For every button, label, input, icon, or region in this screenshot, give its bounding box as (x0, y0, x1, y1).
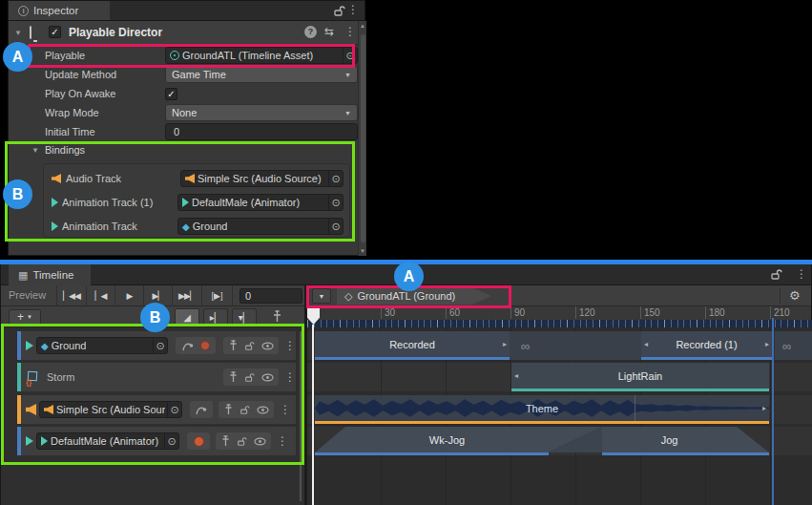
gear-icon[interactable]: ⚙ (789, 288, 801, 303)
mix-mode-button[interactable]: ◢ (175, 308, 199, 326)
track-menu-icon[interactable]: ⋮ (277, 435, 288, 447)
clip-edge-arrow-icon[interactable]: ◂ (514, 371, 518, 380)
object-picker-icon[interactable]: ⊙ (328, 171, 343, 186)
clip-edge-arrow-icon[interactable]: ▸ (765, 340, 769, 348)
inspector-scrollbar[interactable]: ▲ ▼ (358, 21, 366, 256)
track-binding-field[interactable]: Simple Src (Audio Sour ⊙ (39, 401, 182, 418)
audio-source-icon (44, 405, 53, 414)
tab-inspector[interactable]: i Inspector (9, 1, 110, 20)
object-picker-icon[interactable]: ⊙ (167, 402, 181, 417)
bindings-foldout[interactable]: ▼ Bindings (31, 144, 85, 156)
unlock-icon[interactable] (239, 405, 250, 415)
play-on-awake-checkbox[interactable]: ✓ (165, 88, 177, 100)
clip-crossfade[interactable] (549, 427, 602, 452)
goto-end-button[interactable]: ▶▶▏ (173, 285, 202, 306)
track-list-scrollbar[interactable] (300, 331, 302, 501)
marker-track-pin-icon[interactable] (272, 310, 282, 323)
clip-edge-arrow-icon[interactable]: ◂ (644, 340, 648, 348)
object-picker-icon[interactable]: ⊙ (328, 219, 343, 234)
clip-edge-arrow-icon[interactable]: ▸ (503, 340, 507, 348)
curves-icon[interactable] (196, 405, 207, 415)
pane-divider[interactable] (304, 285, 307, 505)
pin-icon[interactable] (224, 404, 233, 415)
track-binding-field[interactable]: ◆ Ground ⊙ (36, 337, 168, 354)
clip-jog[interactable]: Jog (602, 427, 737, 452)
binding-object-field[interactable]: ◆ Ground ⊙ (177, 218, 344, 235)
help-icon[interactable]: ? (304, 26, 317, 38)
unlock-icon[interactable] (237, 436, 247, 447)
eye-icon[interactable] (254, 437, 266, 446)
tab-timeline[interactable]: ▦ Timeline (9, 264, 91, 285)
animation-track-icon (52, 221, 58, 231)
initial-time-input[interactable]: 0 (165, 123, 358, 140)
component-enabled-checkbox[interactable]: ✓ (49, 26, 61, 38)
window-menu-icon[interactable]: ⋮ (347, 4, 359, 15)
track-header-ground[interactable]: ◆ Ground ⊙ ⋮ (17, 331, 296, 360)
binding-object-field[interactable]: Simple Src (Audio Source) ⊙ (180, 170, 344, 187)
frame-field[interactable]: 0 (239, 288, 302, 304)
window-menu-icon[interactable]: ⋮ (796, 268, 807, 280)
window-unlock-icon[interactable] (333, 5, 345, 17)
animator-icon (182, 198, 189, 207)
ripple-mode-button[interactable]: ▸▏ (203, 308, 228, 326)
clip-lightrain[interactable]: ◂ LightRain (511, 363, 769, 391)
wrap-mode-dropdown[interactable]: None ▼ (165, 104, 358, 121)
track-menu-icon[interactable]: ⋮ (284, 340, 296, 351)
track-header-storm[interactable]: {} Storm ⋮ (17, 363, 296, 391)
foldout-icon[interactable]: ▼ (14, 29, 22, 37)
play-range-button[interactable]: [▶] (202, 285, 233, 306)
replace-mode-button[interactable]: ▾▏ (232, 308, 257, 326)
object-picker-icon[interactable]: ⊙ (343, 48, 357, 63)
clip-theme-audio[interactable]: Theme ▸ (315, 395, 769, 424)
tab-timeline-label: Timeline (32, 269, 73, 281)
preview-button[interactable]: Preview (9, 289, 46, 301)
add-track-button[interactable]: + ▼ (9, 309, 41, 325)
record-button[interactable] (194, 436, 204, 447)
object-picker-icon[interactable]: ⊙ (328, 195, 343, 210)
goto-start-button[interactable]: ▏◀◀ (57, 285, 87, 306)
time-ruler[interactable]: 30 60 90 120 150 180 210 (307, 306, 812, 320)
track-binding-field[interactable]: DefaultMale (Animator) ⊙ (36, 432, 179, 450)
field-row-initial-time: Initial Time 0 (16, 122, 358, 141)
scroll-down-icon[interactable]: ▼ (360, 248, 365, 254)
scroll-up-icon[interactable]: ▲ (360, 23, 365, 29)
clip-edge-arrow-icon[interactable]: ▸ (762, 404, 766, 412)
track-header-audio[interactable]: Simple Src (Audio Sour ⊙ ⋮ (17, 395, 296, 424)
update-method-dropdown[interactable]: Game Time ▼ (165, 66, 358, 83)
track-menu-icon[interactable]: ⋮ (280, 404, 291, 415)
binding-target: Ground (190, 221, 228, 232)
eye-icon[interactable] (257, 406, 269, 414)
unlock-icon[interactable] (244, 341, 255, 351)
ruler-tick-band[interactable] (307, 320, 812, 327)
unlock-icon[interactable] (244, 372, 255, 383)
timeline-selector-dropdown[interactable]: ▼ (312, 288, 331, 304)
play-button[interactable]: ▶ (115, 285, 144, 306)
clip-label: Theme (526, 403, 558, 414)
scrollbar-thumb[interactable] (361, 34, 365, 242)
eye-icon[interactable] (261, 373, 274, 382)
record-button[interactable] (200, 341, 210, 350)
previous-frame-button[interactable]: ▏◀ (87, 285, 115, 306)
track-menu-icon[interactable]: ⋮ (284, 371, 296, 383)
clip-recorded-1[interactable]: ◂ Recorded (1) ▸ (641, 331, 772, 360)
curves-icon[interactable] (182, 341, 194, 351)
object-picker-icon[interactable]: ⊙ (153, 338, 167, 353)
timeline-end-marker[interactable] (772, 318, 774, 505)
playable-object-field[interactable]: GroundATL (Timeline Asset) ⊙ (165, 47, 358, 64)
eye-icon[interactable] (261, 342, 274, 350)
presets-icon[interactable]: ⇆ (324, 25, 334, 38)
pin-icon[interactable] (229, 371, 238, 383)
object-picker-icon[interactable]: ⊙ (164, 433, 178, 449)
binding-target: Simple Src (Audio Source) (195, 173, 322, 184)
pin-icon[interactable] (221, 435, 230, 447)
window-unlock-icon[interactable] (770, 268, 782, 281)
component-menu-icon[interactable]: ⋮ (344, 26, 356, 37)
track-header-defaultmale[interactable]: DefaultMale (Animator) ⊙ ⋮ (17, 427, 296, 455)
playhead-line[interactable] (312, 325, 314, 505)
component-header[interactable]: ▼ ✓ Playable Director ? ⇆ ⋮ (9, 21, 364, 45)
binding-object-field[interactable]: DefaultMale (Animator) ⊙ (177, 194, 344, 211)
pin-icon[interactable] (229, 340, 238, 351)
clip-recorded[interactable]: Recorded ▸ (315, 331, 510, 360)
clip-wk-jog[interactable]: Wk-Jog (345, 427, 549, 452)
chevron-down-icon: ▼ (319, 293, 325, 300)
